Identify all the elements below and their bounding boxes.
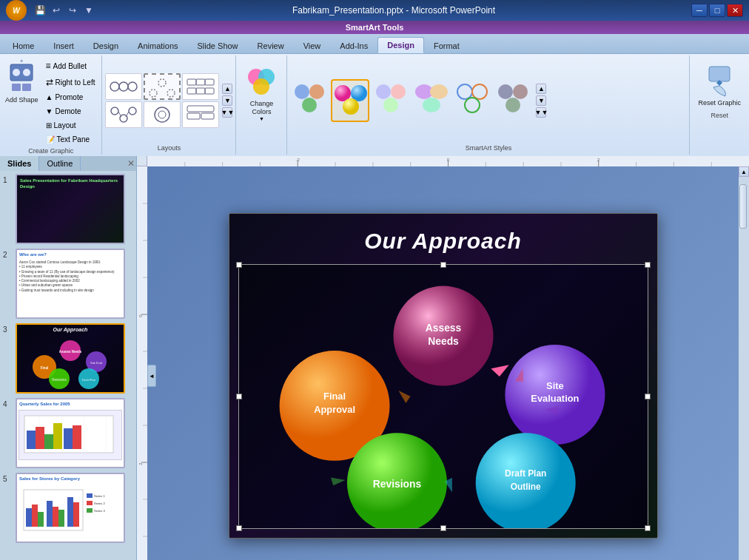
slide-item-5[interactable]: 5 Sales for Stores by Category <box>3 473 133 543</box>
minimize-button[interactable]: ─ <box>691 4 708 17</box>
layout-item-2[interactable] <box>144 73 181 100</box>
svg-rect-14 <box>196 79 205 85</box>
slides-tab[interactable]: Slides <box>0 156 39 171</box>
window-controls: ─ □ ✕ <box>691 4 743 17</box>
svg-rect-13 <box>187 79 196 85</box>
svg-text:Series 1: Series 1 <box>94 494 105 498</box>
tab-insert[interactable]: Insert <box>44 37 84 53</box>
svg-rect-79 <box>58 510 64 527</box>
layout-scroll-more[interactable]: ▼▼ <box>222 107 232 118</box>
svg-point-49 <box>513 84 528 99</box>
tab-animations[interactable]: Animations <box>128 37 187 53</box>
tab-home[interactable]: Home <box>3 37 44 53</box>
svg-rect-16 <box>187 88 196 94</box>
tab-view[interactable]: View <box>294 37 331 53</box>
slide-thumb-2[interactable]: Who are we? Aaron Cox started Contoso La… <box>16 249 125 319</box>
svg-rect-27 <box>187 113 200 119</box>
vertical-scrollbar[interactable]: ▲ ▲ ▼ <box>739 166 749 560</box>
horizontal-ruler: -2 0 2 <box>147 156 749 166</box>
handle-bc[interactable] <box>440 525 446 531</box>
reset-graphic-button[interactable]: Reset Graphic <box>694 58 745 110</box>
office-button[interactable]: W <box>6 0 27 21</box>
tab-addins[interactable]: Add-Ins <box>330 37 377 53</box>
tab-design-smartart[interactable]: Design <box>377 37 424 53</box>
styles-scroll-down[interactable]: ▼ <box>536 95 546 106</box>
slide-thumb-1[interactable]: Sales Presentation for Fabrikam Headquar… <box>16 174 125 244</box>
style-item-6[interactable] <box>494 79 532 122</box>
svg-point-6 <box>110 82 119 91</box>
layout-scroll-up[interactable]: ▲ <box>222 84 232 94</box>
style-item-4[interactable] <box>412 79 451 122</box>
layout-scroll-down[interactable]: ▼ <box>222 95 232 106</box>
scroll-up-button[interactable]: ▲ <box>739 166 749 177</box>
styles-scroll-more[interactable]: ▼▼ <box>536 107 546 118</box>
handle-tl[interactable] <box>236 262 242 268</box>
layout-item-1[interactable] <box>105 73 142 100</box>
layout-item-6[interactable] <box>182 101 219 128</box>
layout-item-3[interactable] <box>182 73 219 100</box>
layouts-label: Layouts <box>105 143 232 152</box>
style-item-2[interactable] <box>331 79 369 122</box>
svg-line-22 <box>118 112 121 117</box>
svg-point-46 <box>472 84 487 99</box>
svg-rect-77 <box>47 501 53 527</box>
svg-text:Final: Final <box>323 391 346 402</box>
maximize-button[interactable]: □ <box>709 4 725 17</box>
svg-point-38 <box>343 98 359 115</box>
svg-rect-17 <box>196 88 205 94</box>
svg-point-43 <box>430 84 448 99</box>
add-shape-button[interactable]: + Add Shape <box>3 55 41 107</box>
close-button[interactable]: ✕ <box>727 4 743 17</box>
save-qa-btn[interactable]: 💾 <box>33 3 47 18</box>
tab-format[interactable]: Format <box>424 37 469 53</box>
style-item-3[interactable] <box>372 79 410 122</box>
layout-gallery <box>105 73 219 128</box>
content-area: -2 0 2 <box>137 156 749 560</box>
handle-tc[interactable] <box>440 262 446 268</box>
outline-tab[interactable]: Outline <box>39 156 81 171</box>
style-item-5[interactable] <box>453 79 491 122</box>
handle-bl[interactable] <box>236 525 242 531</box>
title-bar: W 💾 ↩ ↪ ▼ Fabrikam_Presentation.pptx - M… <box>0 0 749 21</box>
rulers-top: -2 0 2 <box>137 156 749 166</box>
panel-close-button[interactable]: ✕ <box>126 158 136 169</box>
slide-thumb-3[interactable]: Our Approach Assess Needs Site Eval Fin <box>16 323 125 394</box>
add-bullet-button[interactable]: ≡ Add Bullet <box>42 58 99 73</box>
collapse-panel-button[interactable]: ◄ <box>147 365 156 387</box>
slide-item-4[interactable]: 4 Quarterly Sales for 2005 <box>3 398 133 468</box>
slides-panel: Slides Outline ✕ 1 Sales Presentation fo… <box>0 156 137 560</box>
reset-group: Reset Graphic Reset <box>690 55 749 155</box>
text-pane-button[interactable]: 📝 Text Pane <box>42 133 99 146</box>
slide-thumb-4[interactable]: Quarterly Sales for 2005 <box>16 398 125 468</box>
layout-item-4[interactable] <box>105 101 142 128</box>
styles-scroll-up[interactable]: ▲ <box>536 84 546 94</box>
redo-qa-btn[interactable]: ↪ <box>65 3 80 18</box>
smartart-container[interactable]: Assess Needs Site Evaluation Final Appro… <box>238 264 648 529</box>
style-item-1[interactable] <box>290 79 329 122</box>
dropdown-qa-btn[interactable]: ▼ <box>81 3 96 18</box>
handle-lc[interactable] <box>236 394 242 399</box>
svg-rect-67 <box>27 431 36 449</box>
slide-item-3[interactable]: 3 Our Approach Assess Needs <box>3 323 133 394</box>
undo-qa-btn[interactable]: ↩ <box>49 3 64 18</box>
tab-slideshow[interactable]: Slide Show <box>188 37 248 53</box>
handle-br[interactable] <box>645 525 651 531</box>
layout-item-5[interactable] <box>144 101 181 128</box>
change-colors-button[interactable]: Change Colors ▼ <box>239 58 283 124</box>
svg-rect-4 <box>22 84 31 91</box>
svg-text:Outline: Outline <box>510 482 540 492</box>
right-to-left-button[interactable]: ⇄ Right to Left <box>42 75 99 90</box>
promote-button[interactable]: ▲ Promote <box>42 91 99 104</box>
slide-item-1[interactable]: 1 Sales Presentation for Fabrikam Headqu… <box>3 174 133 244</box>
smartart-styles-group: ▲ ▼ ▼▼ SmartArt Styles <box>287 55 690 155</box>
tab-design-main[interactable]: Design <box>84 37 128 53</box>
slide-canvas-area[interactable]: ◄ Our Approach <box>147 166 739 560</box>
demote-button[interactable]: ▼ Demote <box>42 105 99 118</box>
handle-rc[interactable] <box>645 394 651 399</box>
handle-tr[interactable] <box>645 262 651 268</box>
tab-review[interactable]: Review <box>248 37 294 53</box>
slide-item-2[interactable]: 2 Who are we? Aaron Cox started Contoso … <box>3 249 133 319</box>
scroll-thumb[interactable] <box>739 184 747 229</box>
slide-thumb-5[interactable]: Sales for Stores by Category <box>16 473 125 543</box>
layout-button[interactable]: ⊞ Layout <box>42 119 99 132</box>
